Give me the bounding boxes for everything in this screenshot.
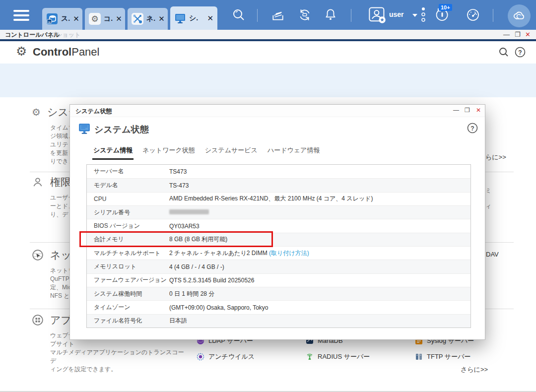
system-status-dialog: システム状態 — ❐ ✕ システム状態 ? システム情報ネットワーク状態システム… bbox=[69, 104, 485, 340]
dialog-title-bar: システム状態 — ❐ ✕ bbox=[70, 105, 485, 117]
section-description-line: マルチメディアアプリケーションのトランスコーデ bbox=[50, 348, 186, 365]
chevron-down-icon[interactable] bbox=[412, 14, 417, 17]
top-bar: ioス.✕⚙コ.✕ネ.✕シ.✕ user 10+ bbox=[0, 0, 536, 30]
minimize-button[interactable]: — bbox=[503, 30, 510, 39]
svg-text:io: io bbox=[48, 20, 51, 23]
task-count-badge[interactable]: 10+ bbox=[439, 4, 452, 11]
row-value: TS-473 bbox=[169, 182, 189, 189]
close-button[interactable]: ✕ bbox=[525, 30, 531, 39]
main-menu-icon[interactable] bbox=[13, 10, 29, 22]
row-label: メモリスロット bbox=[87, 262, 169, 271]
dialog-close-button[interactable]: ✕ bbox=[476, 107, 481, 114]
myqnapcloud-icon[interactable] bbox=[508, 4, 531, 27]
service-item[interactable]: TFTP サーバー bbox=[415, 352, 470, 361]
user-avatar-icon[interactable] bbox=[368, 5, 387, 24]
value-text: QY03AR53 bbox=[169, 223, 200, 230]
antivirus-icon bbox=[197, 353, 204, 361]
dashboard-icon[interactable] bbox=[466, 7, 480, 22]
window-title-bar: プショット コントロールパネル — ❐ ✕ bbox=[0, 30, 536, 39]
table-row: BIOS バージョンQY03AR53 bbox=[87, 219, 470, 232]
tab-close-icon[interactable]: ✕ bbox=[207, 14, 213, 23]
more-link[interactable]: さらに>> bbox=[461, 365, 488, 374]
text-fragment: ィ bbox=[485, 202, 491, 211]
row-label: シリアル番号 bbox=[87, 208, 169, 217]
app-tab-4[interactable]: シ.✕ bbox=[170, 6, 217, 30]
value-text: 2 チャネル - チャネルあたり2 DIMM bbox=[169, 250, 269, 257]
gear-tab-icon: ⚙ bbox=[89, 13, 101, 25]
tab-close-icon[interactable]: ✕ bbox=[116, 14, 122, 23]
dialog-tab-2[interactable]: ネットワーク状態 bbox=[141, 146, 196, 160]
row-label: ファームウェアバージョン bbox=[87, 276, 169, 284]
row-value: AMD Embedded R-Series RX-421ND、最大 2100 M… bbox=[169, 195, 373, 203]
window-title: コントロールパネル bbox=[5, 31, 60, 39]
service-item[interactable]: アンチウイルス bbox=[197, 352, 255, 361]
dialog-tab-bar: システム情報ネットワーク状態システムサービスハードウェア情報 bbox=[92, 146, 321, 160]
row-value: 日本語 bbox=[169, 317, 187, 325]
maximize-button[interactable]: ❐ bbox=[515, 30, 521, 39]
row-value bbox=[169, 209, 209, 216]
snapshot-icon: io bbox=[46, 13, 58, 25]
table-row: システム稼働時間0 日 1 時間 28 分 bbox=[87, 287, 470, 300]
qts-desktop: ioス.✕⚙コ.✕ネ.✕シ.✕ user 10+ bbox=[0, 0, 536, 392]
gear-icon: ⚙ bbox=[32, 106, 41, 118]
user-icon bbox=[32, 176, 44, 188]
notifications-bell-icon[interactable] bbox=[324, 7, 337, 21]
row-value: (GMT+09:00) Osaka, Sapporo, Tokyo bbox=[169, 304, 268, 311]
row-value: 8 GB (8 GB 利用可能) bbox=[169, 235, 227, 244]
value-text: 4 (4 GB / - / 4 GB / -) bbox=[169, 263, 224, 270]
table-row: ファームウェアバージョンQTS 5.2.5.3145 Build 2025052… bbox=[87, 273, 470, 287]
network-icon bbox=[132, 13, 143, 25]
search-icon[interactable] bbox=[231, 7, 246, 22]
dialog-minimize-button[interactable]: — bbox=[453, 107, 459, 114]
user-menu[interactable]: user bbox=[389, 10, 404, 18]
row-label: ファイル名符号化 bbox=[87, 317, 169, 325]
table-row: ファイル名符号化日本語 bbox=[87, 314, 470, 327]
webdav-text-fragment: DAV bbox=[486, 251, 499, 258]
row-value: 0 日 1 時間 28 分 bbox=[169, 290, 214, 298]
redacted-value bbox=[169, 209, 209, 214]
apps-icon bbox=[32, 314, 44, 326]
tab-close-icon[interactable]: ✕ bbox=[158, 14, 165, 23]
dialog-tab-3[interactable]: システムサービス bbox=[204, 146, 259, 160]
dialog-tab-1[interactable]: システム情報 bbox=[92, 146, 134, 160]
more-link-fragment[interactable]: らに>> bbox=[485, 153, 506, 162]
app-tab-2[interactable]: ⚙コ.✕ bbox=[85, 8, 125, 30]
table-row: モデル名TS-473 bbox=[87, 178, 470, 192]
app-tab-3[interactable]: ネ.✕ bbox=[128, 8, 168, 30]
svg-text:?: ? bbox=[518, 49, 522, 56]
row-label: タイムゾーン bbox=[87, 303, 169, 312]
row-value: 4 (4 GB / - / 4 GB / -) bbox=[169, 263, 224, 270]
toolbar-separator bbox=[351, 9, 351, 22]
service-item[interactable]: RADIUS サーバー bbox=[306, 352, 370, 361]
value-text: 8 GB (8 GB 利用可能) bbox=[169, 236, 227, 243]
table-row: タイムゾーン(GMT+09:00) Osaka, Sapporo, Tokyo bbox=[87, 300, 470, 314]
queue-icon[interactable] bbox=[271, 8, 285, 22]
service-label: RADIUS サーバー bbox=[318, 352, 370, 361]
more-options-icon[interactable] bbox=[421, 6, 426, 23]
device-info-band: TS-473 ファームウェアバージョン: QTS 5.2.5.3145 シリアル… bbox=[0, 64, 536, 97]
row-value: QTS 5.2.5.3145 Build 20250526 bbox=[169, 277, 254, 284]
row-label: CPU bbox=[87, 196, 169, 202]
search-icon[interactable] bbox=[498, 47, 509, 58]
restore-sync-icon[interactable] bbox=[298, 8, 312, 22]
row-label: システム稼働時間 bbox=[87, 290, 169, 298]
globe-icon bbox=[32, 249, 44, 261]
dialog-tab-4[interactable]: ハードウェア情報 bbox=[267, 146, 321, 160]
section-description-line: ィングを設定できます。 bbox=[50, 365, 186, 374]
table-row: シリアル番号 bbox=[87, 205, 470, 219]
row-label: サーバー名 bbox=[87, 167, 169, 176]
section-description-line: ブサイト bbox=[50, 340, 186, 348]
table-row: 合計メモリ8 GB (8 GB 利用可能) bbox=[87, 233, 470, 246]
value-text: 0 日 1 時間 28 分 bbox=[169, 290, 214, 297]
dialog-maximize-button[interactable]: ❐ bbox=[465, 107, 470, 114]
tab-label: コ. bbox=[104, 14, 113, 23]
app-tab-1[interactable]: ioス.✕ bbox=[42, 8, 82, 30]
table-row: マルチチャネルサポート2 チャネル - チャネルあたり2 DIMM (取り付け方… bbox=[87, 246, 470, 260]
help-icon[interactable]: ? bbox=[515, 47, 526, 58]
value-text: (GMT+09:00) Osaka, Sapporo, Tokyo bbox=[169, 304, 268, 311]
help-icon[interactable]: ? bbox=[467, 123, 478, 133]
tab-close-icon[interactable]: ✕ bbox=[73, 14, 79, 23]
radius-icon bbox=[306, 353, 314, 361]
service-label: アンチウイルス bbox=[208, 352, 255, 361]
installation-guide-link[interactable]: (取り付け方法) bbox=[269, 250, 309, 257]
